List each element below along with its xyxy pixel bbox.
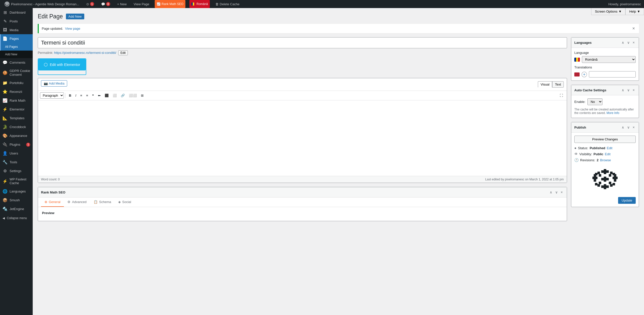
submenu-all-pages[interactable]: All Pages [0, 43, 33, 51]
permalink-url[interactable]: https://pixelromanesc.ro/termeni-si-cond… [54, 51, 116, 55]
sidebar-item-elementor[interactable]: ⚡ Elementor [0, 105, 33, 114]
languages-collapse-down[interactable]: ∨ [626, 40, 631, 45]
sidebar-item-gdpr[interactable]: 🍪 GDPR Cookie Consent [0, 67, 33, 78]
language-select[interactable]: Română English [582, 56, 636, 63]
bold-button[interactable]: B [67, 92, 73, 99]
admin-bar-delete-cache[interactable]: 🗑 Delete Cache [214, 0, 241, 8]
notice-close-button[interactable]: × [631, 26, 636, 31]
add-media-button[interactable]: 📷 Add Media [41, 80, 67, 87]
sidebar-item-smush[interactable]: 📦 Smush [0, 196, 33, 205]
auto-cache-controls: ∧ ∨ × [621, 88, 636, 93]
sidebar-label-dashboard: Dashboard [10, 11, 26, 14]
align-right-button[interactable]: ⬜ [111, 92, 118, 99]
align-left-button[interactable]: ⬅ [96, 92, 102, 99]
dashboard-icon: ⊞ [3, 10, 8, 15]
publish-collapse-down[interactable]: ∨ [626, 125, 631, 130]
rank-math-seo-box: Rank Math SEO ∧ ∨ × ⊕ General [38, 187, 567, 221]
svg-rect-18 [601, 178, 604, 180]
add-translation-button[interactable]: + [582, 72, 587, 77]
visibility-edit-link[interactable]: Edit [605, 152, 610, 156]
admin-bar-count-1[interactable]: ⊙ 1 [85, 0, 96, 8]
sidebar-item-crocoblock[interactable]: 🐊 Crocoblock [0, 123, 33, 131]
sidebar-item-rankmath[interactable]: 📈 Rank Math [0, 96, 33, 105]
admin-bar-view-page[interactable]: View Page [132, 0, 151, 8]
more-button[interactable]: ⬜⬜ [127, 92, 139, 99]
visual-tab[interactable]: Visual [538, 81, 552, 88]
sidebar-item-wpfastestcache[interactable]: ⚡ WP Fastest Cache [0, 175, 33, 187]
cache-collapse-down[interactable]: ∨ [626, 88, 631, 93]
paragraph-format-select[interactable]: Paragraph [40, 92, 64, 99]
admin-bar-romana[interactable]: Română [189, 0, 210, 8]
permalink-edit-button[interactable]: Edit [118, 50, 128, 55]
publish-close[interactable]: × [632, 125, 636, 130]
sidebar-item-plugins[interactable]: 🔌 Plugins 1 [0, 140, 33, 149]
rmseo-collapse-up-button[interactable]: ∧ [549, 190, 553, 195]
more-info-link[interactable]: More Info [607, 111, 619, 115]
sidebar-item-users[interactable]: 👤 Users [0, 149, 33, 158]
sidebar-item-portofoliu[interactable]: 📁 Portofoliu [0, 78, 33, 87]
italic-button[interactable]: I [73, 92, 78, 99]
site-name[interactable]: Pixelromanesc - Agentie Web Design Roman… [3, 0, 81, 8]
rm-advanced-icon: ⚙ [67, 200, 70, 204]
browse-revisions-link[interactable]: Browse [600, 158, 611, 162]
text-tab[interactable]: Text [552, 81, 564, 88]
admin-bar-new[interactable]: + New [116, 0, 128, 8]
help-button[interactable]: Help ▼ [625, 8, 644, 15]
link-button[interactable]: 🔗 [119, 92, 127, 99]
sidebar-item-appearance[interactable]: 🎨 Appearance [0, 131, 33, 140]
sidebar-item-posts[interactable]: ✎ Posts [0, 17, 33, 26]
sidebar-item-jetengine[interactable]: 🔩 JetEngine [0, 205, 33, 213]
preview-changes-button[interactable]: Preview Changes [574, 136, 636, 143]
cache-collapse-up[interactable]: ∧ [621, 88, 625, 93]
publish-panel: Publish ∧ ∨ × Preview Changes ● Status: … [571, 122, 639, 207]
update-publish-button[interactable]: Update [618, 197, 636, 204]
visibility-value: Public [593, 152, 603, 156]
visibility-icon: 👁 [574, 152, 578, 156]
sidebar-item-media[interactable]: 🖼 Media [0, 26, 33, 34]
rm-tab-social[interactable]: ◈ Social [115, 198, 135, 207]
rmseo-collapse-down-button[interactable]: ∨ [554, 190, 559, 195]
cache-close[interactable]: × [632, 88, 636, 93]
rm-tab-advanced[interactable]: ⚙ Advanced [64, 198, 90, 207]
edit-with-elementor-button[interactable]: ⬡ Edit with Elementor [38, 59, 86, 70]
languages-collapse-up[interactable]: ∧ [621, 40, 625, 45]
sidebar-item-tools[interactable]: 🔧 Tools [0, 158, 33, 167]
enable-select[interactable]: No Yes [587, 98, 602, 105]
status-edit-link[interactable]: Edit [607, 146, 612, 150]
align-center-button[interactable]: ⬛ [103, 92, 110, 99]
rmseo-close-button[interactable]: × [560, 190, 564, 195]
publish-collapse-up[interactable]: ∧ [621, 125, 625, 130]
admin-bar-rank-math[interactable]: 📈 Rank Math SEO [155, 0, 185, 8]
editor-content-area[interactable] [38, 100, 567, 176]
post-title-input[interactable] [38, 37, 567, 48]
sidebar-item-pages[interactable]: 📄 Pages [0, 34, 33, 43]
elementor-btn-label: Edit with Elementor [50, 63, 80, 67]
translation-input[interactable] [589, 71, 636, 77]
auto-cache-settings-panel: Auto Cache Settings ∧ ∨ × Enable: No [571, 85, 639, 118]
admin-bar-comments[interactable]: 💬 0 [100, 0, 112, 8]
sidebar-item-recenzii[interactable]: ⭐ Recenzii [0, 87, 33, 96]
table-button[interactable]: ⊞ [139, 92, 145, 99]
fullscreen-button[interactable]: ⛶ [558, 92, 565, 99]
collapse-menu[interactable]: ◀ Collapse menu [0, 213, 33, 223]
screen-options-button[interactable]: Screen Options ▼ [591, 8, 625, 15]
rm-tab-schema[interactable]: 📋 Schema [90, 198, 115, 207]
ordered-list-button[interactable]: ≡ [85, 92, 90, 99]
submenu-add-new[interactable]: Add New [0, 51, 33, 58]
languages-close[interactable]: × [632, 40, 636, 45]
sidebar-item-settings[interactable]: ⚙ Settings [0, 167, 33, 175]
sidebar-item-comments[interactable]: 💬 Comments [0, 58, 33, 67]
editor-column: Permalink: https://pixelromanesc.ro/term… [38, 37, 567, 225]
sidebar-item-languages[interactable]: 🌐 Languages [0, 187, 33, 196]
unordered-list-button[interactable]: ≡ [78, 92, 84, 99]
blockquote-button[interactable]: ❝ [90, 92, 96, 99]
sidebar-item-templates[interactable]: 📐 Templates [0, 114, 33, 123]
sidebar-item-dashboard[interactable]: ⊞ Dashboard [0, 8, 33, 17]
sidebar-label-rankmath: Rank Math [10, 99, 25, 102]
view-page-link[interactable]: View page [65, 27, 80, 30]
rm-advanced-label: Advanced [72, 200, 87, 204]
rm-tab-general[interactable]: ⊕ General [41, 198, 64, 207]
svg-rect-6 [601, 185, 604, 188]
add-new-button[interactable]: Add New [66, 14, 84, 19]
rm-general-icon: ⊕ [45, 200, 47, 204]
